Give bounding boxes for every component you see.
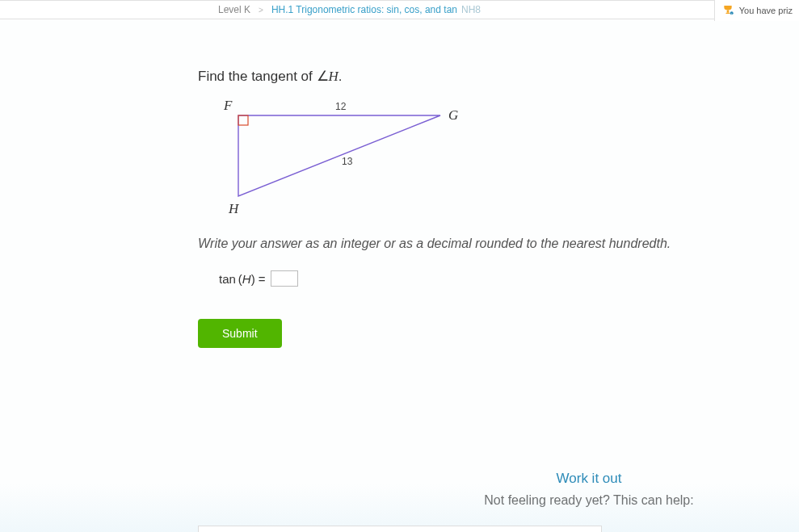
triangle-diagram: F G H 12 13: [222, 99, 481, 220]
svg-text:+: +: [730, 12, 732, 15]
answer-row: tan (H) =: [219, 270, 799, 287]
question-suffix: .: [339, 69, 343, 84]
vertex-G-label: G: [448, 107, 458, 124]
submit-button[interactable]: Submit: [198, 319, 282, 348]
chevron-right-icon: >: [259, 6, 263, 15]
prize-banner[interactable]: + You have priz: [714, 0, 799, 21]
instruction-text: Write your answer as an integer or as a …: [198, 237, 799, 251]
trophy-icon: +: [721, 4, 734, 17]
angle-vertex: H: [329, 69, 339, 84]
angle-symbol: ∠: [317, 69, 329, 84]
svg-marker-3: [238, 115, 440, 196]
edge-FG-label: 12: [335, 101, 346, 112]
question-text: Find the tangent of ∠H.: [198, 68, 799, 85]
breadcrumb-topic[interactable]: HH.1 Trigonometric ratios: sin, cos, and…: [271, 4, 457, 15]
answer-input[interactable]: [271, 270, 298, 287]
breadcrumb-level[interactable]: Level K: [218, 4, 250, 15]
vertex-F-label: F: [224, 98, 232, 114]
work-it-out-link[interactable]: Work it out: [444, 471, 734, 487]
edge-GH-label: 13: [342, 156, 352, 167]
fn-label: tan (H) =: [219, 272, 266, 286]
help-text: Not feeling ready yet? This can help:: [444, 493, 734, 508]
hint-box-top: [198, 526, 602, 532]
vertex-H-label: H: [229, 201, 238, 217]
question-prefix: Find the tangent of: [198, 69, 317, 84]
breadcrumb: Level K > HH.1 Trigonometric ratios: sin…: [0, 0, 799, 19]
prize-text: You have priz: [739, 6, 793, 15]
help-section: Work it out Not feeling ready yet? This …: [444, 471, 734, 508]
svg-rect-0: [725, 13, 730, 14]
svg-rect-4: [238, 115, 248, 125]
breadcrumb-code: NH8: [461, 4, 481, 15]
main-content: Find the tangent of ∠H. F G H 12 13 Writ…: [0, 19, 799, 348]
